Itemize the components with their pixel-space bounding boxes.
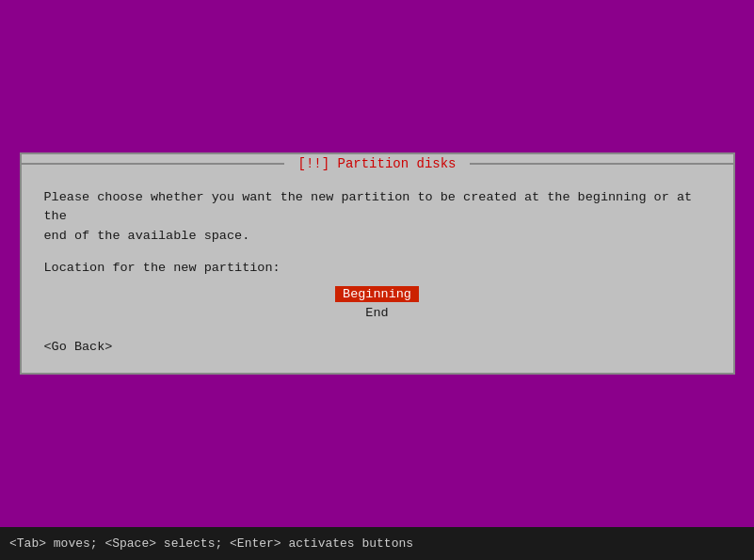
bottom-bar: <Tab> moves; <Space> selects; <Enter> ac… [0, 527, 754, 560]
go-back-button[interactable]: <Go Back> [44, 340, 113, 354]
title-line-right [470, 163, 733, 165]
description-line2: end of the available space. [44, 229, 250, 243]
option-beginning[interactable]: Beginning [335, 286, 419, 302]
location-label: Location for the new partition: [44, 261, 711, 275]
dialog-title-bar: [!!] Partition disks [22, 154, 733, 173]
options-container: Beginning End [44, 286, 711, 320]
title-line-left [22, 163, 285, 165]
description-text: Please choose whether you want the new p… [44, 188, 711, 246]
description-line1: Please choose whether you want the new p… [44, 190, 693, 223]
bottom-bar-text: <Tab> moves; <Space> selects; <Enter> ac… [9, 536, 413, 551]
dialog-box: [!!] Partition disks Please choose wheth… [20, 152, 735, 375]
dialog-title: [!!] Partition disks [292, 154, 461, 173]
dialog-content: Please choose whether you want the new p… [22, 173, 733, 373]
main-area: [!!] Partition disks Please choose wheth… [0, 0, 754, 527]
option-end[interactable]: End [365, 306, 388, 320]
